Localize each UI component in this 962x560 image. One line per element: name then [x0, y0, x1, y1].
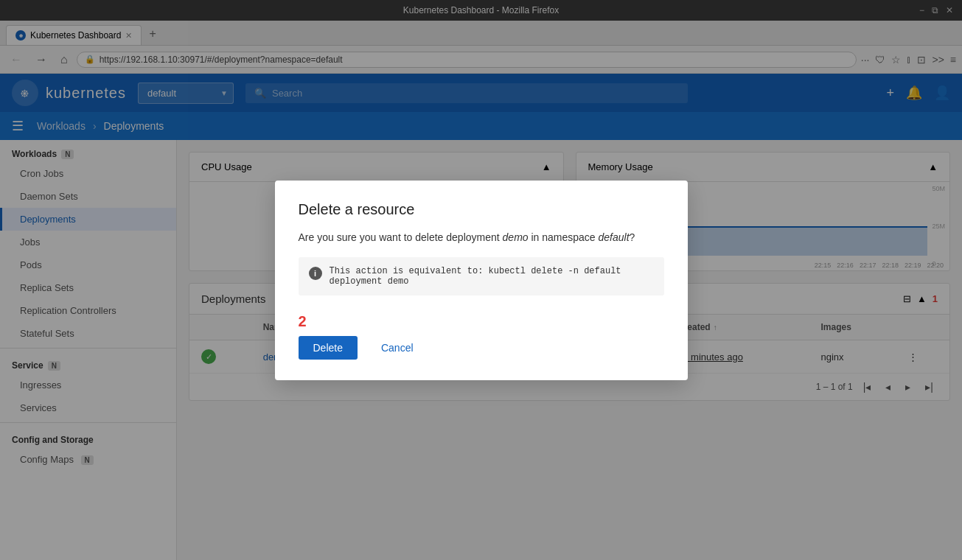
modal-command: This action is equivalent to: kubectl de…: [330, 266, 654, 287]
modal-overlay[interactable]: Delete a resource Are you sure you want …: [0, 0, 962, 560]
modal-body: Are you sure you want to delete deployme…: [299, 230, 664, 245]
delete-button[interactable]: Delete: [299, 336, 358, 360]
delete-resource-modal: Delete a resource Are you sure you want …: [275, 181, 688, 380]
modal-body-prefix: Are you sure you want to delete deployme…: [299, 231, 500, 243]
modal-info-box: i This action is equivalent to: kubectl …: [299, 257, 664, 295]
modal-title: Delete a resource: [299, 201, 664, 218]
cancel-button[interactable]: Cancel: [366, 336, 428, 360]
modal-body-suffix: ?: [630, 231, 635, 243]
modal-counter: 2: [299, 313, 664, 330]
modal-deployment-name: demo: [503, 231, 529, 243]
modal-namespace: default: [599, 231, 630, 243]
info-icon: i: [309, 267, 322, 280]
modal-body-middle: in namespace: [531, 231, 595, 243]
modal-actions: Delete Cancel: [299, 336, 664, 360]
